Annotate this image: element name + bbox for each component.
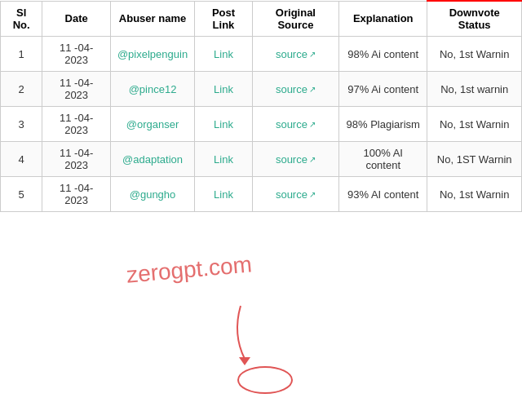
- post-link-anchor[interactable]: Link: [214, 153, 233, 166]
- header-original-source: Original Source: [252, 1, 338, 37]
- cell-explanation: 98% Plagiarism: [339, 107, 427, 142]
- table-row: 3 11 -04- 2023 @organser Link source ↗ 9…: [1, 107, 522, 142]
- cell-abuser: @pince12: [110, 72, 194, 107]
- cell-source: source ↗: [252, 72, 338, 107]
- source-link[interactable]: source ↗: [276, 188, 316, 201]
- header-abuser: Abuser name: [110, 1, 194, 37]
- cell-sl: 1: [1, 37, 42, 72]
- cell-downvote-status: No, 1st Warnin: [427, 37, 522, 72]
- cell-date: 11 -04- 2023: [42, 142, 111, 177]
- zerogpt-annotation: zerogpt.com: [126, 251, 253, 288]
- post-link-anchor[interactable]: Link: [214, 83, 233, 95]
- source-link[interactable]: source ↗: [276, 153, 316, 166]
- cell-downvote-status: No, 1st Warnin: [427, 177, 522, 212]
- cell-post-link: Link: [195, 177, 253, 212]
- cell-date: 11 -04- 2023: [42, 37, 111, 72]
- cell-source: source ↗: [252, 142, 338, 177]
- cell-explanation: 100% AI content: [339, 142, 427, 177]
- cell-downvote-status: No, 1ST Warnin: [427, 142, 522, 177]
- external-link-icon: ↗: [309, 120, 316, 129]
- post-link-anchor[interactable]: Link: [214, 48, 233, 60]
- cell-explanation: 98% Ai content: [339, 37, 427, 72]
- cell-downvote-status: No, 1st Warnin: [427, 107, 522, 142]
- cell-source: source ↗: [252, 37, 338, 72]
- source-link[interactable]: source ↗: [276, 48, 316, 60]
- abuser-link[interactable]: @pince12: [129, 83, 177, 95]
- table-row: 1 11 -04- 2023 @pixelpenguin Link source…: [1, 37, 522, 72]
- header-downvote-status: Downvote Status: [427, 1, 522, 37]
- cell-post-link: Link: [195, 142, 253, 177]
- abuser-link[interactable]: @adaptation: [122, 153, 183, 166]
- source-link[interactable]: source ↗: [276, 83, 316, 95]
- table-row: 2 11 -04- 2023 @pince12 Link source ↗ 97…: [1, 72, 522, 107]
- abuser-link[interactable]: @organser: [126, 118, 179, 130]
- cell-abuser: @adaptation: [110, 142, 194, 177]
- external-link-icon: ↗: [309, 155, 316, 164]
- cell-post-link: Link: [195, 107, 253, 142]
- post-link-anchor[interactable]: Link: [214, 118, 233, 130]
- abuser-link[interactable]: @gungho: [130, 188, 176, 201]
- arrow-annotation: [216, 302, 281, 367]
- external-link-icon: ↗: [309, 190, 316, 199]
- external-link-icon: ↗: [309, 85, 316, 94]
- cell-post-link: Link: [195, 37, 253, 72]
- cell-explanation: 93% AI content: [339, 177, 427, 212]
- header-sl: Sl No.: [1, 1, 42, 37]
- header-explanation: Explanation: [339, 1, 427, 37]
- external-link-icon: ↗: [309, 50, 316, 59]
- cell-sl: 3: [1, 107, 42, 142]
- header-date: Date: [42, 1, 111, 37]
- cell-explanation: 97% Ai content: [339, 72, 427, 107]
- cell-date: 11 -04- 2023: [42, 107, 111, 142]
- cell-abuser: @organser: [110, 107, 194, 142]
- cell-sl: 5: [1, 177, 42, 212]
- abuser-link[interactable]: @pixelpenguin: [117, 48, 188, 60]
- table-row: 4 11 -04- 2023 @adaptation Link source ↗…: [1, 142, 522, 177]
- cell-date: 11 -04- 2023: [42, 72, 111, 107]
- table-row: 5 11 -04- 2023 @gungho Link source ↗ 93%…: [1, 177, 522, 212]
- cell-abuser: @pixelpenguin: [110, 37, 194, 72]
- svg-point-1: [238, 367, 292, 393]
- cell-sl: 4: [1, 142, 42, 177]
- svg-marker-0: [239, 357, 250, 365]
- post-link-anchor[interactable]: Link: [214, 188, 233, 201]
- cell-source: source ↗: [252, 177, 338, 212]
- abuse-table: Sl No. Date Abuser name Post Link Origin…: [0, 0, 522, 212]
- cell-downvote-status: No, 1st warnin: [427, 72, 522, 107]
- cell-source: source ↗: [252, 107, 338, 142]
- header-post-link: Post Link: [195, 1, 253, 37]
- circle-annotation: [237, 365, 294, 395]
- cell-sl: 2: [1, 72, 42, 107]
- cell-post-link: Link: [195, 72, 253, 107]
- cell-abuser: @gungho: [110, 177, 194, 212]
- cell-date: 11 -04- 2023: [42, 177, 111, 212]
- source-link[interactable]: source ↗: [276, 118, 316, 130]
